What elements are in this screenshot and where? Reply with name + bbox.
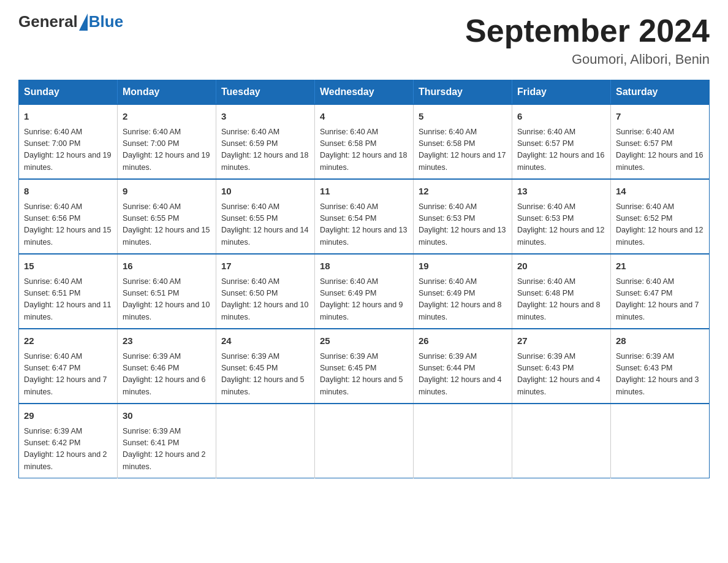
day-info: Sunrise: 6:39 AMSunset: 6:43 PMDaylight:… (517, 351, 605, 399)
calendar-cell: 29Sunrise: 6:39 AMSunset: 6:42 PMDayligh… (19, 404, 118, 478)
calendar-cell: 1Sunrise: 6:40 AMSunset: 7:00 PMDaylight… (19, 104, 118, 179)
day-number: 28 (616, 334, 704, 348)
calendar-cell: 9Sunrise: 6:40 AMSunset: 6:55 PMDaylight… (118, 179, 216, 254)
day-number: 6 (517, 110, 605, 124)
day-info: Sunrise: 6:40 AMSunset: 6:58 PMDaylight:… (419, 126, 507, 174)
calendar-week-row: 29Sunrise: 6:39 AMSunset: 6:42 PMDayligh… (19, 404, 710, 478)
day-number: 2 (123, 110, 211, 124)
day-number: 23 (123, 334, 211, 348)
day-of-week-header: Sunday (19, 80, 118, 105)
day-number: 27 (517, 334, 605, 348)
calendar-header: SundayMondayTuesdayWednesdayThursdayFrid… (19, 80, 710, 105)
day-number: 25 (320, 334, 408, 348)
day-info: Sunrise: 6:39 AMSunset: 6:41 PMDaylight:… (123, 426, 211, 473)
calendar-cell (315, 404, 414, 478)
calendar-week-row: 22Sunrise: 6:40 AMSunset: 6:47 PMDayligh… (19, 329, 710, 404)
day-number: 7 (616, 110, 704, 124)
day-info: Sunrise: 6:40 AMSunset: 6:59 PMDaylight:… (221, 126, 309, 174)
calendar-cell: 30Sunrise: 6:39 AMSunset: 6:41 PMDayligh… (118, 404, 216, 478)
day-of-week-header: Friday (512, 80, 611, 105)
calendar-cell (512, 404, 611, 478)
calendar-cell: 8Sunrise: 6:40 AMSunset: 6:56 PMDaylight… (19, 179, 118, 254)
day-info: Sunrise: 6:40 AMSunset: 6:57 PMDaylight:… (517, 126, 605, 174)
calendar-week-row: 1Sunrise: 6:40 AMSunset: 7:00 PMDaylight… (19, 104, 710, 179)
day-info: Sunrise: 6:40 AMSunset: 7:00 PMDaylight:… (123, 126, 211, 174)
day-number: 13 (517, 185, 605, 199)
day-info: Sunrise: 6:40 AMSunset: 6:56 PMDaylight:… (24, 201, 112, 249)
day-info: Sunrise: 6:40 AMSunset: 6:47 PMDaylight:… (24, 351, 112, 399)
day-info: Sunrise: 6:40 AMSunset: 6:50 PMDaylight:… (221, 276, 309, 324)
page-header: General Blue September 2024 Goumori, Ali… (18, 12, 710, 67)
day-info: Sunrise: 6:39 AMSunset: 6:45 PMDaylight:… (221, 351, 309, 399)
day-info: Sunrise: 6:40 AMSunset: 6:58 PMDaylight:… (320, 126, 408, 174)
day-of-week-header: Tuesday (216, 80, 315, 105)
calendar-cell: 17Sunrise: 6:40 AMSunset: 6:50 PMDayligh… (216, 254, 315, 329)
calendar-cell: 15Sunrise: 6:40 AMSunset: 6:51 PMDayligh… (19, 254, 118, 329)
calendar-cell: 5Sunrise: 6:40 AMSunset: 6:58 PMDaylight… (414, 104, 512, 179)
day-number: 14 (616, 185, 704, 199)
calendar-cell: 24Sunrise: 6:39 AMSunset: 6:45 PMDayligh… (216, 329, 315, 404)
day-info: Sunrise: 6:40 AMSunset: 6:55 PMDaylight:… (123, 201, 211, 249)
day-number: 9 (123, 185, 211, 199)
calendar-cell: 10Sunrise: 6:40 AMSunset: 6:55 PMDayligh… (216, 179, 315, 254)
calendar-cell (611, 404, 710, 478)
day-number: 8 (24, 185, 112, 199)
days-of-week-row: SundayMondayTuesdayWednesdayThursdayFrid… (19, 80, 710, 105)
day-number: 19 (419, 259, 507, 274)
calendar-cell: 14Sunrise: 6:40 AMSunset: 6:52 PMDayligh… (611, 179, 710, 254)
day-info: Sunrise: 6:39 AMSunset: 6:44 PMDaylight:… (419, 351, 507, 399)
day-number: 11 (320, 185, 408, 199)
day-info: Sunrise: 6:40 AMSunset: 6:47 PMDaylight:… (616, 276, 704, 324)
calendar-cell: 25Sunrise: 6:39 AMSunset: 6:45 PMDayligh… (315, 329, 414, 404)
day-number: 15 (24, 259, 112, 274)
calendar-cell: 20Sunrise: 6:40 AMSunset: 6:48 PMDayligh… (512, 254, 611, 329)
calendar-cell: 28Sunrise: 6:39 AMSunset: 6:43 PMDayligh… (611, 329, 710, 404)
calendar-cell: 2Sunrise: 6:40 AMSunset: 7:00 PMDaylight… (118, 104, 216, 179)
calendar-cell: 16Sunrise: 6:40 AMSunset: 6:51 PMDayligh… (118, 254, 216, 329)
day-info: Sunrise: 6:39 AMSunset: 6:45 PMDaylight:… (320, 351, 408, 399)
day-number: 4 (320, 110, 408, 124)
day-info: Sunrise: 6:40 AMSunset: 7:00 PMDaylight:… (24, 126, 112, 174)
calendar-cell: 6Sunrise: 6:40 AMSunset: 6:57 PMDaylight… (512, 104, 611, 179)
location-subtitle: Goumori, Alibori, Benin (465, 52, 710, 67)
day-number: 21 (616, 259, 704, 274)
day-info: Sunrise: 6:40 AMSunset: 6:54 PMDaylight:… (320, 201, 408, 249)
day-info: Sunrise: 6:39 AMSunset: 6:46 PMDaylight:… (123, 351, 211, 399)
logo-triangle-icon (79, 13, 88, 31)
logo: General Blue (18, 12, 123, 31)
calendar-cell: 13Sunrise: 6:40 AMSunset: 6:53 PMDayligh… (512, 179, 611, 254)
day-info: Sunrise: 6:39 AMSunset: 6:42 PMDaylight:… (24, 426, 112, 473)
day-of-week-header: Thursday (414, 80, 512, 105)
calendar-cell: 12Sunrise: 6:40 AMSunset: 6:53 PMDayligh… (414, 179, 512, 254)
calendar-cell: 4Sunrise: 6:40 AMSunset: 6:58 PMDaylight… (315, 104, 414, 179)
day-info: Sunrise: 6:40 AMSunset: 6:49 PMDaylight:… (320, 276, 408, 324)
day-info: Sunrise: 6:40 AMSunset: 6:52 PMDaylight:… (616, 201, 704, 249)
calendar-cell: 27Sunrise: 6:39 AMSunset: 6:43 PMDayligh… (512, 329, 611, 404)
day-info: Sunrise: 6:40 AMSunset: 6:49 PMDaylight:… (419, 276, 507, 324)
day-number: 17 (221, 259, 309, 274)
calendar-cell: 22Sunrise: 6:40 AMSunset: 6:47 PMDayligh… (19, 329, 118, 404)
calendar-cell: 11Sunrise: 6:40 AMSunset: 6:54 PMDayligh… (315, 179, 414, 254)
day-number: 16 (123, 259, 211, 274)
calendar-cell: 23Sunrise: 6:39 AMSunset: 6:46 PMDayligh… (118, 329, 216, 404)
calendar-cell: 3Sunrise: 6:40 AMSunset: 6:59 PMDaylight… (216, 104, 315, 179)
day-number: 26 (419, 334, 507, 348)
day-of-week-header: Monday (118, 80, 216, 105)
day-number: 10 (221, 185, 309, 199)
main-title: September 2024 (465, 12, 710, 49)
calendar-cell: 19Sunrise: 6:40 AMSunset: 6:49 PMDayligh… (414, 254, 512, 329)
day-number: 12 (419, 185, 507, 199)
day-number: 30 (123, 409, 211, 423)
calendar-table: SundayMondayTuesdayWednesdayThursdayFrid… (18, 80, 710, 478)
logo-text: General Blue (18, 12, 123, 31)
day-number: 29 (24, 409, 112, 423)
day-number: 22 (24, 334, 112, 348)
day-number: 3 (221, 110, 309, 124)
calendar-week-row: 15Sunrise: 6:40 AMSunset: 6:51 PMDayligh… (19, 254, 710, 329)
calendar-cell: 26Sunrise: 6:39 AMSunset: 6:44 PMDayligh… (414, 329, 512, 404)
day-number: 20 (517, 259, 605, 274)
day-info: Sunrise: 6:39 AMSunset: 6:43 PMDaylight:… (616, 351, 704, 399)
day-number: 24 (221, 334, 309, 348)
day-info: Sunrise: 6:40 AMSunset: 6:48 PMDaylight:… (517, 276, 605, 324)
day-of-week-header: Saturday (611, 80, 710, 105)
